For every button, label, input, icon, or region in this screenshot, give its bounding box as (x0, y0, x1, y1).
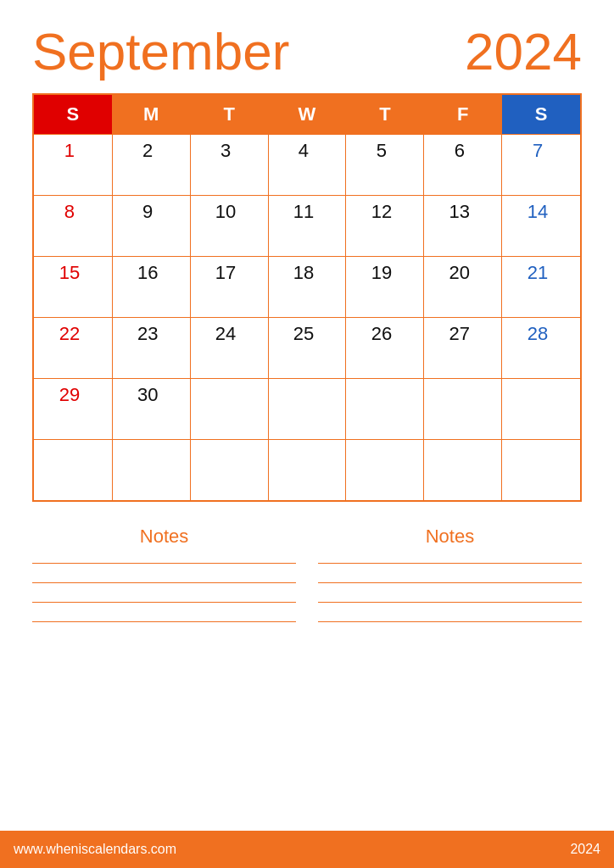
table-row: 1 2 3 4 5 6 7 (33, 135, 581, 196)
header-saturday: S (502, 94, 581, 135)
notes-line (32, 582, 296, 583)
day-cell: 22 (33, 318, 112, 379)
table-row (33, 440, 581, 501)
table-row: 22 23 24 25 26 27 28 (33, 318, 581, 379)
day-cell: 25 (268, 318, 346, 379)
footer-year: 2024 (570, 842, 600, 857)
day-cell: 15 (33, 257, 112, 318)
day-cell: 13 (424, 196, 502, 257)
year-title: 2024 (465, 25, 582, 78)
notes-right-title: Notes (318, 526, 582, 548)
notes-line (318, 563, 582, 564)
header-friday: F (424, 94, 502, 135)
header-thursday: T (346, 94, 424, 135)
day-cell-empty (268, 379, 346, 440)
day-cell: 26 (346, 318, 424, 379)
day-cell: 4 (268, 135, 346, 196)
notes-right: Notes (318, 526, 582, 832)
day-cell: 8 (33, 196, 112, 257)
notes-line (318, 602, 582, 603)
day-cell-empty (268, 440, 346, 501)
footer: www.wheniscalendars.com 2024 (0, 831, 614, 868)
notes-line (32, 602, 296, 603)
calendar-grid: S M T W T F S 1 2 3 4 5 6 7 8 9 10 (32, 93, 582, 502)
day-cell: 3 (190, 135, 268, 196)
day-cell: 14 (502, 196, 581, 257)
day-cell: 5 (346, 135, 424, 196)
day-cell: 6 (424, 135, 502, 196)
day-cell: 12 (346, 196, 424, 257)
header-tuesday: T (190, 94, 268, 135)
notes-line (318, 621, 582, 622)
day-cell-empty (112, 440, 190, 501)
notes-left-title: Notes (32, 526, 296, 548)
days-header-row: S M T W T F S (33, 94, 581, 135)
table-row: 29 30 (33, 379, 581, 440)
table-row: 15 16 17 18 19 20 21 (33, 257, 581, 318)
day-cell: 23 (112, 318, 190, 379)
day-cell: 30 (112, 379, 190, 440)
day-cell: 21 (502, 257, 581, 318)
day-cell: 7 (502, 135, 581, 196)
day-cell: 10 (190, 196, 268, 257)
day-cell: 16 (112, 257, 190, 318)
day-cell-empty (346, 379, 424, 440)
day-cell-empty (33, 440, 112, 501)
day-cell: 29 (33, 379, 112, 440)
notes-left: Notes (32, 526, 296, 832)
header-monday: M (112, 94, 190, 135)
header-wednesday: W (268, 94, 346, 135)
day-cell: 27 (424, 318, 502, 379)
table-row: 8 9 10 11 12 13 14 (33, 196, 581, 257)
month-title: September (32, 25, 289, 78)
day-cell-empty (502, 379, 581, 440)
notes-section: Notes Notes (32, 526, 582, 832)
day-cell: 24 (190, 318, 268, 379)
day-cell-empty (502, 440, 581, 501)
day-cell-empty (190, 379, 268, 440)
calendar-header: September 2024 (32, 17, 582, 93)
day-cell: 11 (268, 196, 346, 257)
day-cell: 17 (190, 257, 268, 318)
header-sunday: S (33, 94, 112, 135)
day-cell: 1 (33, 135, 112, 196)
footer-url: www.wheniscalendars.com (14, 842, 176, 857)
day-cell-empty (346, 440, 424, 501)
day-cell-empty (190, 440, 268, 501)
calendar-page: September 2024 S M T W T F S 1 2 3 4 5 6 (0, 0, 614, 868)
day-cell-empty (424, 379, 502, 440)
day-cell: 28 (502, 318, 581, 379)
day-cell: 18 (268, 257, 346, 318)
day-cell: 9 (112, 196, 190, 257)
day-cell: 2 (112, 135, 190, 196)
notes-line (32, 621, 296, 622)
day-cell: 19 (346, 257, 424, 318)
notes-line (318, 582, 582, 583)
day-cell: 20 (424, 257, 502, 318)
day-cell-empty (424, 440, 502, 501)
notes-line (32, 563, 296, 564)
